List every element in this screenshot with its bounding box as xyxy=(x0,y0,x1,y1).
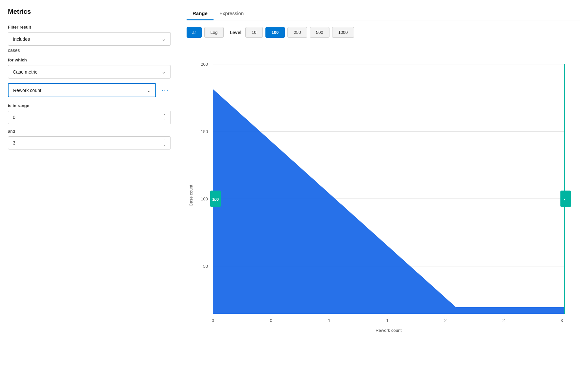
case-metric-value: Case metric xyxy=(13,69,37,75)
x-tick-3: 3 xyxy=(560,318,563,323)
filter-result-chevron: ⌄ xyxy=(162,36,166,42)
range-max-spinner[interactable]: ⌃ ⌄ xyxy=(163,139,166,147)
level-1000-button[interactable]: 1000 xyxy=(332,27,354,38)
rework-count-dropdown[interactable]: Rework count ⌄ xyxy=(8,83,156,97)
scale-ar-button[interactable]: ar xyxy=(187,27,202,38)
level-500-button[interactable]: 500 xyxy=(310,27,329,38)
filter-result-label: Filter result xyxy=(8,25,171,30)
is-in-range-label: is in range xyxy=(8,103,171,108)
x-tick-0b: 0 xyxy=(270,318,272,323)
y-axis-label: Case count xyxy=(189,185,193,206)
tab-expression[interactable]: Expression xyxy=(214,8,250,20)
range-max-input[interactable]: 3 ⌃ ⌄ xyxy=(8,136,171,150)
right-handle[interactable] xyxy=(560,191,571,207)
range-min-down-arrow[interactable]: ⌄ xyxy=(163,118,166,121)
ellipsis-button[interactable]: ··· xyxy=(159,84,171,96)
page-title: Metrics xyxy=(8,8,171,15)
controls-row: ar Log Level 10 100 250 500 1000 xyxy=(187,27,580,38)
right-panel: Range Expression ar Log Level 10 100 250… xyxy=(179,8,588,381)
range-max-value: 3 xyxy=(13,140,15,146)
x-tick-2b: 2 xyxy=(502,318,505,323)
and-label: and xyxy=(8,129,171,134)
case-metric-dropdown[interactable]: Case metric ⌄ xyxy=(8,65,171,79)
level-250-button[interactable]: 250 xyxy=(287,27,307,38)
cases-text: cases xyxy=(8,48,171,53)
rework-row: Rework count ⌄ ··· xyxy=(8,83,171,97)
left-panel: Metrics Filter result Includes ⌄ cases f… xyxy=(8,8,179,381)
y-tick-100: 100 xyxy=(201,196,208,201)
filter-result-value: Includes xyxy=(13,36,30,42)
chart-area-fill xyxy=(213,89,564,314)
rework-count-value: Rework count xyxy=(13,88,41,93)
y-tick-50: 50 xyxy=(203,264,208,269)
rework-count-chevron: ⌄ xyxy=(147,87,151,93)
filter-result-dropdown[interactable]: Includes ⌄ xyxy=(8,32,171,46)
range-min-up-arrow[interactable]: ⌃ xyxy=(163,114,166,117)
level-label: Level xyxy=(230,30,241,35)
x-axis-label: Rework count xyxy=(375,328,402,333)
range-min-value: 0 xyxy=(13,115,15,120)
level-10-button[interactable]: 10 xyxy=(245,27,262,38)
y-tick-150: 150 xyxy=(201,129,208,134)
chart-svg: Case count 200 150 100 50 xyxy=(187,44,574,340)
scale-log-button[interactable]: Log xyxy=(204,27,224,38)
x-tick-1a: 1 xyxy=(328,318,330,323)
chart-area: Case count 200 150 100 50 xyxy=(187,44,580,381)
y-tick-200: 200 xyxy=(201,62,208,67)
x-tick-1b: 1 xyxy=(386,318,388,323)
level-100-button[interactable]: 100 xyxy=(265,27,285,38)
range-max-up-arrow[interactable]: ⌃ xyxy=(163,139,166,143)
range-min-spinner[interactable]: ⌃ ⌄ xyxy=(163,114,166,121)
range-min-input[interactable]: 0 ⌃ ⌄ xyxy=(8,111,171,124)
tab-range[interactable]: Range xyxy=(187,8,214,20)
case-metric-chevron: ⌄ xyxy=(162,69,166,75)
range-max-down-arrow[interactable]: ⌄ xyxy=(163,143,166,147)
x-tick-0a: 0 xyxy=(212,318,214,323)
right-handle-arrow: ‹ xyxy=(564,196,566,202)
left-handle-arrow: › xyxy=(214,197,215,202)
tabs-row: Range Expression xyxy=(187,8,580,20)
x-tick-2a: 2 xyxy=(444,318,446,323)
for-which-label: for which xyxy=(8,57,171,62)
